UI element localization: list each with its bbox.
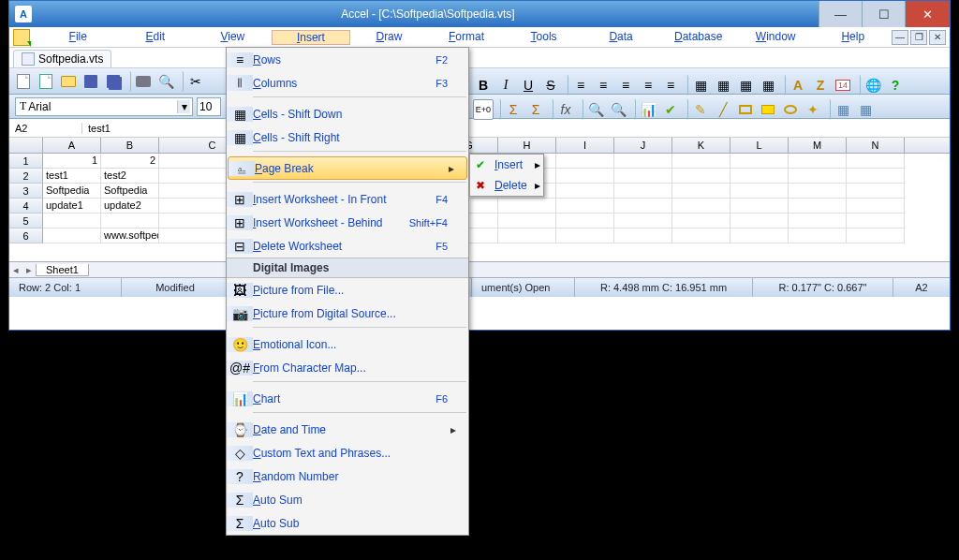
pencil-button[interactable]: ✎ xyxy=(690,99,711,120)
star-button[interactable]: ✦ xyxy=(803,99,823,120)
cell[interactable] xyxy=(498,214,556,228)
column-header[interactable]: A xyxy=(43,138,101,153)
cell[interactable] xyxy=(672,228,730,243)
cell[interactable]: Softpedia xyxy=(101,184,159,199)
cell[interactable] xyxy=(614,199,672,214)
menu-item-columns[interactable]: ⦀ColumnsF3 xyxy=(227,71,468,95)
column-header[interactable]: J xyxy=(614,138,672,153)
cell[interactable] xyxy=(43,214,101,228)
menu-format[interactable]: Format xyxy=(428,30,506,45)
menu-item-insert-worksheet-in-front[interactable]: ⊞Insert Worksheet - In FrontF4 xyxy=(227,187,468,211)
new-sheet-button[interactable] xyxy=(36,71,56,92)
menu-help[interactable]: Help xyxy=(814,30,892,45)
column-header[interactable]: H xyxy=(498,138,556,153)
cell[interactable] xyxy=(730,214,789,228)
menu-window[interactable]: Window xyxy=(737,30,815,45)
align-justify-button[interactable]: ≡ xyxy=(638,75,658,96)
row-header[interactable]: 5 xyxy=(9,214,43,228)
sheet-nav-last[interactable]: ▸ xyxy=(22,264,36,276)
minimize-button[interactable]: — xyxy=(819,1,862,27)
menu-edit[interactable]: Edit xyxy=(117,30,195,45)
cell[interactable] xyxy=(847,228,905,243)
autosum-plus-button[interactable]: Σ xyxy=(503,99,524,120)
cell[interactable]: update1 xyxy=(43,199,101,214)
save-all-button[interactable] xyxy=(103,71,124,92)
close-button[interactable]: ✕ xyxy=(905,1,950,27)
cell[interactable] xyxy=(614,154,672,169)
rect-fill-button[interactable] xyxy=(758,99,778,120)
cell[interactable] xyxy=(556,199,614,214)
sheet-nav-first[interactable]: ◂ xyxy=(9,264,22,276)
cell[interactable] xyxy=(789,228,847,243)
menu-tools[interactable]: Tools xyxy=(505,30,583,45)
font-size-selector[interactable]: 10 xyxy=(197,97,221,116)
unsnap-button[interactable]: ▦ xyxy=(855,99,876,120)
submenu-item-insert[interactable]: ✔Insert▸ xyxy=(470,155,543,175)
cell[interactable] xyxy=(730,199,789,214)
cell[interactable] xyxy=(730,154,789,169)
menu-database[interactable]: Database xyxy=(659,30,737,45)
cell[interactable] xyxy=(614,169,672,184)
cell[interactable] xyxy=(847,199,905,214)
document-tab[interactable]: Softpedia.vts xyxy=(13,50,111,67)
menu-file[interactable]: File xyxy=(39,30,117,45)
border4-button[interactable]: ▦ xyxy=(758,75,778,96)
zoom-out-button[interactable]: 🔍 xyxy=(608,99,628,120)
sort-desc-button[interactable]: Z xyxy=(810,75,831,96)
align-middle-button[interactable]: ≡ xyxy=(660,75,681,96)
column-header[interactable]: I xyxy=(556,138,614,153)
cell[interactable] xyxy=(672,184,730,199)
row-header[interactable]: 4 xyxy=(9,199,43,214)
snap-button[interactable]: ▦ xyxy=(833,99,853,120)
zoom-in-button[interactable]: 🔍 xyxy=(585,99,606,120)
align-left-button[interactable]: ≡ xyxy=(570,75,591,96)
line-button[interactable]: ╱ xyxy=(713,99,733,120)
app-menu-icon[interactable] xyxy=(13,29,30,46)
cell[interactable] xyxy=(556,154,614,169)
print-preview-button[interactable]: 🔍 xyxy=(155,71,176,92)
sci-notation-button[interactable]: E+0 xyxy=(473,99,494,120)
mdi-restore-button[interactable]: ❐ xyxy=(910,30,927,45)
column-header[interactable]: K xyxy=(672,138,730,153)
cell[interactable] xyxy=(847,154,905,169)
align-right-button[interactable]: ≡ xyxy=(615,75,636,96)
cell[interactable] xyxy=(556,169,614,184)
cell[interactable] xyxy=(847,169,905,184)
sheet-tab[interactable]: Sheet1 xyxy=(36,264,89,276)
menu-item-delete-worksheet[interactable]: ⊟Delete WorksheetF5 xyxy=(227,234,468,258)
strike-button[interactable]: S xyxy=(540,75,561,96)
maximize-button[interactable]: ☐ xyxy=(862,1,905,27)
cell[interactable] xyxy=(672,199,730,214)
cell[interactable] xyxy=(614,214,672,228)
menu-item-from-character-map-[interactable]: @#From Character Map... xyxy=(227,356,468,379)
bold-button[interactable]: B xyxy=(473,75,494,96)
menu-item-insert-worksheet-behind[interactable]: ⊞Insert Worksheet - BehindShift+F4 xyxy=(227,211,468,234)
function-button[interactable]: fx xyxy=(555,99,576,120)
mdi-minimize-button[interactable]: — xyxy=(892,30,908,45)
cell[interactable] xyxy=(672,214,730,228)
cell[interactable] xyxy=(847,214,905,228)
menu-insert[interactable]: Insert xyxy=(272,30,351,45)
cell[interactable] xyxy=(614,184,672,199)
menu-draw[interactable]: Draw xyxy=(350,30,428,45)
cell[interactable] xyxy=(789,214,847,228)
column-header[interactable]: N xyxy=(847,138,905,153)
cell[interactable]: update2 xyxy=(101,199,159,214)
cell-value[interactable]: test1 xyxy=(82,123,116,134)
open-button[interactable] xyxy=(58,71,79,92)
font-selector[interactable]: T Arial ▾ xyxy=(15,97,193,116)
row-header[interactable]: 2 xyxy=(9,169,43,184)
menu-item-rows[interactable]: ≡RowsF2 xyxy=(227,48,468,71)
cell[interactable] xyxy=(614,228,672,243)
chart-button[interactable]: 📊 xyxy=(638,99,658,120)
help-button[interactable]: ? xyxy=(885,75,906,96)
cut-button[interactable]: ✂ xyxy=(185,71,206,92)
cell[interactable] xyxy=(556,184,614,199)
menu-item-picture-from-file-[interactable]: 🖼Picture from File... xyxy=(227,278,468,302)
save-button[interactable] xyxy=(81,71,101,92)
menu-item-auto-sub[interactable]: ΣAuto Sub xyxy=(227,511,468,535)
check-button[interactable]: ✔ xyxy=(660,99,681,120)
menu-item-picture-from-digital-source-[interactable]: 📷Picture from Digital Source... xyxy=(227,302,468,325)
cell[interactable] xyxy=(730,169,789,184)
cell[interactable] xyxy=(730,184,789,199)
